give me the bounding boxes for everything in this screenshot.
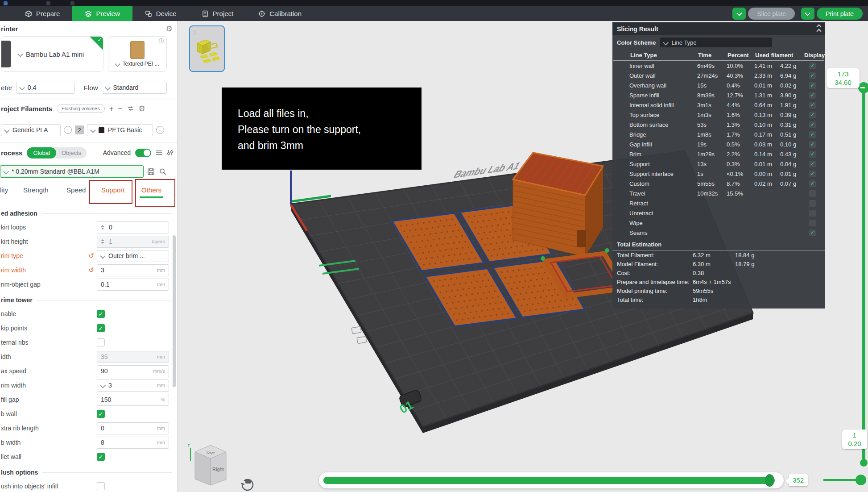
move-slider[interactable] [319,472,784,488]
tab-prepare[interactable]: Prepare [12,6,72,21]
filament-2-edit-icon[interactable]: − [156,126,164,134]
legend-row: Bridge1m8s1.7%0.17 m0.51 g✓ [612,129,825,139]
display-checkbox[interactable]: ✓ [809,131,816,138]
gear-icon[interactable]: ⚙ [166,24,173,33]
display-checkbox[interactable]: ✓ [809,161,816,167]
undo-icon[interactable]: ↺ [88,266,94,274]
setting-checkbox[interactable]: ✓ [97,310,105,318]
advanced-toggle[interactable] [135,149,151,157]
settings-tab-lity[interactable]: lity [0,186,8,194]
settings-tab-speed[interactable]: Speed [66,186,86,194]
setting-input[interactable]: 150% [97,394,169,406]
add-filament-button[interactable]: + [109,105,114,113]
setting-value: 90 [101,367,108,375]
setting-label: b wall [1,410,97,417]
plate-thumbnail[interactable]: 1 [189,25,225,72]
process-scope-toggle[interactable]: Global Objects [27,147,87,158]
setting-checkbox[interactable] [97,338,105,346]
move-slider-knob[interactable] [765,474,774,487]
camera-snapshot-icon[interactable] [241,479,253,490]
display-checkbox[interactable]: ✓ [809,121,816,128]
search-icon[interactable] [159,168,167,175]
process-preset-select[interactable]: * 0.20mm Standard @BBL A1M [0,165,144,178]
display-checkbox[interactable] [809,200,816,207]
display-checkbox[interactable]: ✓ [809,92,816,99]
setting-checkbox[interactable]: ✓ [97,324,105,332]
setting-input[interactable]: 1layers [97,236,169,248]
tab-device[interactable]: Device [132,6,189,21]
layer-slider-bottom-handle[interactable] [860,459,868,467]
view-cube[interactable]: Top Right z [188,443,226,485]
spinner-arrows[interactable] [101,225,104,229]
info-icon[interactable]: ⓘ [159,38,164,45]
display-checkbox[interactable]: ✓ [809,151,816,158]
remove-filament-button[interactable]: − [118,105,123,113]
line-type-percent: 10.0% [727,63,754,69]
line-type-name: Wipe [629,220,697,226]
setting-input[interactable]: 35mm [97,351,169,363]
display-checkbox[interactable]: ✓ [809,229,816,236]
tune-icon[interactable] [167,150,174,156]
display-checkbox[interactable]: ✓ [809,141,816,148]
flushing-volumes-button[interactable]: Flushing volumes [57,104,105,113]
settings-tab-strength[interactable]: Strength [23,186,49,194]
print-plate-button[interactable]: Print plate [817,8,863,20]
tab-preview[interactable]: Preview [72,6,132,21]
display-checkbox[interactable]: ✓ [809,180,816,187]
display-checkbox[interactable]: ✓ [809,72,816,79]
setting-input[interactable]: 8mm [97,437,169,449]
taskbar-icon[interactable] [4,1,8,5]
tab-calibration[interactable]: Calibration [246,6,314,21]
display-checkbox[interactable]: ✓ [809,82,816,89]
sidebar-scrollbar[interactable] [173,235,176,387]
color-scheme-select[interactable]: Line Type [660,38,772,47]
display-checkbox[interactable]: ✓ [809,63,816,69]
move-slider-end-dot[interactable] [856,475,866,485]
setting-input[interactable]: 0 [97,221,169,233]
scope-objects[interactable]: Objects [56,150,87,156]
nozzle-diameter-select[interactable]: 0.4 [16,82,75,94]
setting-input[interactable]: 90mm/s [97,365,169,377]
legend-row: Support13s0.3%0.01 m0.04 g✓ [612,159,825,169]
display-checkbox[interactable] [809,220,816,226]
total-row: Prepare and timelapse time:6m4s + 1m57s [612,277,825,286]
display-checkbox[interactable]: ✓ [809,171,816,177]
flow-select[interactable]: Standard [102,82,167,94]
scope-global[interactable]: Global [27,147,56,158]
collapse-icon[interactable] [817,25,821,33]
taskbar-icon[interactable] [70,1,74,5]
line-type-percent: 1.6% [727,112,754,118]
filament-1-edit-icon[interactable]: − [64,126,72,134]
slice-plate-button[interactable]: Slice plate [748,8,795,20]
setting-select[interactable]: Outer brim ... [97,250,169,262]
setting-input[interactable]: 0.1mm [97,279,169,291]
display-checkbox[interactable]: ✓ [809,112,816,118]
display-checkbox[interactable] [809,210,816,217]
slice-dropdown-button[interactable] [732,8,746,20]
setting-input[interactable]: 3mm [97,264,169,276]
view-list-icon[interactable] [156,150,162,156]
sync-filaments-icon[interactable] [127,105,134,112]
layer-slider-top-handle[interactable] [858,82,868,93]
taskbar-icon[interactable] [46,1,50,5]
setting-checkbox[interactable] [97,482,105,490]
printer-select-card[interactable]: ✓ Bambu Lab A1 mini [1,36,103,72]
spinner-arrows[interactable] [101,239,104,244]
setting-checkbox[interactable]: ✓ [97,410,105,418]
filament-2-select[interactable]: PETG Basic [87,124,153,136]
undo-icon[interactable]: ↺ [88,252,94,260]
print-dropdown-button[interactable] [801,8,814,20]
setting-select[interactable]: 3mm [97,379,169,392]
filament-settings-icon[interactable]: ⚙ [139,104,145,113]
display-checkbox[interactable]: ✓ [809,102,816,108]
setting-checkbox[interactable]: ✓ [97,453,105,461]
layer-slider-track[interactable] [862,93,865,463]
sliced-box[interactable] [513,153,603,257]
plate-select-card[interactable]: ⓘ Textured PEI ... [108,36,167,72]
save-preset-icon[interactable] [147,168,155,175]
total-row: Total time:1h8m [612,295,825,304]
filament-1-select[interactable]: Generic PLA [1,124,61,136]
setting-input[interactable]: 0mm [97,422,169,434]
tab-project[interactable]: Project [189,6,246,21]
display-checkbox[interactable] [809,190,816,197]
